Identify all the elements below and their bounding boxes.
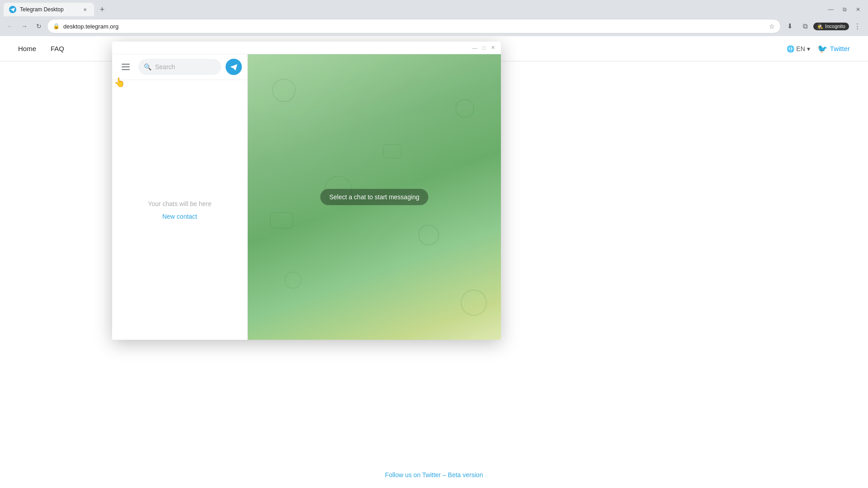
minimize-icon: — [472, 45, 477, 51]
incognito-icon: 🕵 [817, 23, 823, 29]
twitter-icon: 🐦 [817, 44, 827, 54]
tab-title: Telegram Desktop [20, 6, 79, 13]
globe-icon: 🌐 [787, 45, 794, 52]
faq-nav-link[interactable]: FAQ [51, 45, 64, 52]
menu-hamburger-button[interactable] [118, 59, 134, 75]
telegram-sidebar: 🔍 Search Your chats will be here New con… [112, 54, 248, 340]
incognito-badge: 🕵 Incognito [813, 23, 849, 30]
telegram-body: 🔍 Search Your chats will be here New con… [112, 54, 501, 340]
twitter-link[interactable]: 🐦 Twitter [817, 44, 850, 54]
tg-close-button[interactable]: ✕ [488, 43, 497, 52]
telegram-chat-area: Select a chat to start messaging [248, 54, 501, 340]
refresh-button[interactable]: ↻ [33, 20, 45, 33]
home-nav-link[interactable]: Home [18, 45, 36, 52]
page-nav: Home FAQ [18, 45, 64, 52]
svg-rect-8 [270, 212, 293, 228]
address-text: desktop.telegram.org [63, 23, 765, 30]
webpage: Home FAQ 🌐 EN ▾ 🐦 Twitter — □ [0, 36, 868, 488]
telegram-titlebar: — □ ✕ [112, 42, 501, 54]
select-chat-badge: Select a chat to start messaging [320, 189, 428, 205]
tab-close-button[interactable]: ✕ [81, 6, 89, 13]
window-controls: — ⧉ ✕ [825, 3, 868, 16]
hamburger-line-2 [122, 66, 130, 67]
select-chat-text: Select a chat to start messaging [329, 193, 419, 201]
address-bar: ← → ↻ 🔒 desktop.telegram.org ☆ ⬇ ⧉ 🕵 Inc… [0, 16, 868, 36]
address-input[interactable]: 🔒 desktop.telegram.org ☆ [47, 19, 781, 33]
search-box[interactable]: 🔍 Search [138, 59, 221, 75]
svg-point-1 [273, 79, 295, 102]
twitter-label: Twitter [830, 45, 850, 52]
hamburger-line-1 [122, 64, 130, 65]
search-icon: 🔍 [144, 63, 151, 70]
search-placeholder: Search [155, 63, 175, 70]
sidebar-content: Your chats will be here New contact [112, 80, 247, 340]
maximize-icon: □ [482, 45, 486, 51]
browser-chrome: Telegram Desktop ✕ + — ⧉ ✕ ← → ↻ 🔒 deskt… [0, 0, 868, 36]
new-contact-link[interactable]: New contact [162, 213, 197, 220]
telegram-window: — □ ✕ 🔍 [112, 42, 501, 340]
telegram-logo-button[interactable] [226, 59, 242, 75]
chevron-down-icon: ▾ [807, 45, 810, 52]
active-tab[interactable]: Telegram Desktop ✕ [4, 3, 94, 16]
tab-bar: Telegram Desktop ✕ + — ⧉ ✕ [0, 0, 868, 16]
language-selector[interactable]: 🌐 EN ▾ [787, 45, 810, 52]
close-window-button[interactable]: ✕ [852, 3, 864, 16]
incognito-label: Incognito [825, 23, 845, 29]
close-icon: ✕ [491, 45, 495, 51]
svg-point-2 [456, 99, 474, 117]
back-button[interactable]: ← [4, 20, 16, 33]
new-tab-button[interactable]: + [96, 3, 108, 16]
tab-favicon [9, 6, 16, 13]
svg-rect-7 [383, 145, 401, 158]
sidebar-header: 🔍 Search [112, 54, 247, 80]
menu-button[interactable]: ⋮ [850, 19, 864, 33]
extensions-button[interactable]: ⧉ [798, 19, 812, 33]
toolbar-right: ⬇ ⧉ 🕵 Incognito ⋮ [783, 19, 864, 33]
tg-maximize-button[interactable]: □ [479, 43, 488, 52]
restore-button[interactable]: ⧉ [838, 3, 851, 16]
lang-label: EN [796, 45, 805, 52]
header-right: 🌐 EN ▾ 🐦 Twitter [787, 44, 850, 54]
page-footer: Follow us on Twitter – Beta version [0, 471, 868, 479]
forward-button[interactable]: → [18, 20, 31, 33]
hamburger-line-3 [122, 69, 130, 70]
download-button[interactable]: ⬇ [783, 19, 797, 33]
tg-minimize-button[interactable]: — [470, 43, 479, 52]
bookmark-icon[interactable]: ☆ [769, 23, 775, 30]
svg-point-4 [419, 225, 439, 245]
lock-icon: 🔒 [53, 23, 60, 29]
footer-twitter-link[interactable]: Follow us on Twitter – Beta version [385, 471, 483, 479]
svg-point-6 [461, 290, 486, 315]
chats-placeholder-text: Your chats will be here [148, 200, 211, 207]
svg-point-5 [285, 272, 301, 288]
minimize-button[interactable]: — [825, 3, 837, 16]
